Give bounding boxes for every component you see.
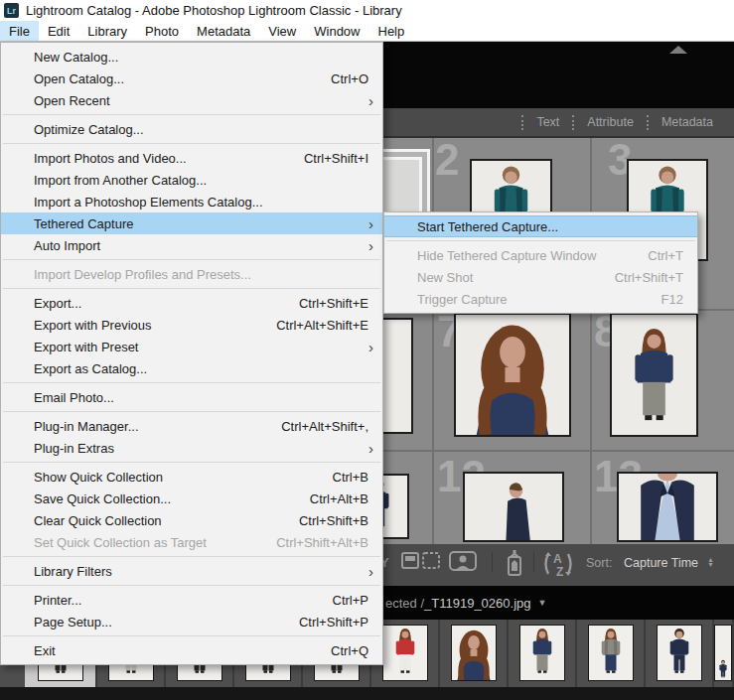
filter-tab-attribute[interactable]: Attribute: [574, 115, 647, 129]
file-menu-item-auto-import[interactable]: Auto Import›: [1, 234, 382, 256]
filmstrip-dropdown-caret-icon[interactable]: ▼: [538, 598, 547, 608]
svg-text:Z: Z: [556, 565, 563, 578]
tethered-submenu-shortcut: Ctrl+T: [648, 248, 683, 263]
menubar-item-file[interactable]: File: [0, 21, 39, 41]
window-title: Lightroom Catalog - Adobe Photoshop Ligh…: [26, 3, 402, 18]
filmstrip-cell-thumb-10-navy-suit-man[interactable]: [646, 620, 714, 687]
file-menu-separator: [3, 556, 380, 557]
file-menu-label: Export...: [34, 296, 299, 311]
file-menu-item-library-filters[interactable]: Library Filters›: [1, 560, 382, 582]
file-menu-item-import-develop-profiles-and-presets: Import Develop Profiles and Presets...: [1, 263, 382, 285]
file-menu-separator: [3, 114, 380, 115]
menubar-item-photo[interactable]: Photo: [136, 21, 188, 41]
tethered-submenu-label: Trigger Capture: [417, 292, 661, 307]
filmstrip-cell-thumb-9-coat-woman[interactable]: [577, 620, 646, 687]
file-menu-item-optimize-catalog[interactable]: Optimize Catalog...: [1, 118, 382, 140]
file-menu-item-exit[interactable]: ExitCtrl+Q: [1, 639, 382, 661]
file-menu-item-page-setup[interactable]: Page Setup...Ctrl+Shift+P: [1, 611, 382, 632]
file-menu-item-export-with-previous[interactable]: Export with PreviousCtrl+Alt+Shift+E: [1, 314, 382, 336]
submenu-arrow-icon: ›: [368, 564, 373, 579]
painter-spray-can-icon[interactable]: [504, 549, 525, 577]
tethered-submenu-shortcut: Ctrl+Shift+T: [615, 270, 683, 285]
file-menu-label: Page Setup...: [34, 615, 299, 630]
filmstrip-cell-thumb-7-curly-portrait-woman[interactable]: [440, 620, 509, 687]
thumb-11-partial[interactable]: [714, 625, 732, 681]
menubar-item-edit[interactable]: Edit: [39, 21, 78, 41]
file-menu-item-export-as-catalog[interactable]: Export as Catalog...: [1, 357, 382, 379]
photo-13-man-chest-blazer[interactable]: [617, 472, 718, 542]
file-menu-item-printer[interactable]: Printer...Ctrl+P: [1, 589, 382, 611]
file-menu-separator: [3, 635, 380, 636]
menubar-item-library[interactable]: Library: [78, 21, 136, 41]
file-menu-shortcut: Ctrl+O: [331, 71, 368, 86]
file-menu-item-save-quick-collection[interactable]: Save Quick Collection...Ctrl+Alt+B: [1, 488, 382, 509]
tethered-submenu-item-trigger-capture: Trigger CaptureF12: [384, 288, 697, 310]
file-menu-label: Printer...: [34, 593, 333, 608]
file-menu-label: Export as Catalog...: [34, 361, 368, 376]
photo-7-woman-curly-portrait[interactable]: [454, 313, 571, 437]
filmstrip-filename[interactable]: _T11919_0260.jpg: [424, 596, 530, 611]
file-menu-item-new-catalog[interactable]: New Catalog...: [1, 46, 382, 68]
menubar-item-window[interactable]: Window: [305, 21, 368, 41]
file-menu-item-email-photo[interactable]: Email Photo...: [1, 386, 382, 408]
file-menu-shortcut: Ctrl+Alt+Shift+,: [281, 419, 368, 434]
panel-collapse-arrow-icon[interactable]: [669, 46, 687, 54]
file-menu-shortcut: Ctrl+P: [333, 593, 368, 608]
tethered-submenu-item-hide-tethered-capture-window: Hide Tethered Capture WindowCtrl+T: [384, 244, 697, 266]
file-menu-label: Plug-in Manager...: [34, 419, 281, 434]
grid-line-vertical: [590, 138, 592, 544]
tethered-submenu-label: Start Tethered Capture...: [417, 219, 683, 234]
file-menu-item-plug-in-extras[interactable]: Plug-in Extras›: [1, 437, 382, 459]
menubar-item-help[interactable]: Help: [369, 21, 414, 41]
submenu-arrow-icon: ›: [368, 93, 373, 108]
file-menu-shortcut: Ctrl+Q: [331, 643, 368, 658]
thumb-6-red-top-woman[interactable]: [382, 625, 428, 681]
filter-tab-text[interactable]: Text: [523, 115, 572, 129]
thumb-7-curly-portrait-woman[interactable]: [451, 625, 497, 681]
filmstrip-cell-thumb-8-navy-gray-skirt-woman[interactable]: [509, 620, 577, 687]
sort-direction-icon[interactable]: A Z: [541, 550, 575, 578]
file-menu-separator: [3, 462, 380, 463]
survey-view-icon[interactable]: [401, 551, 441, 571]
sort-value-dropdown[interactable]: Capture Time: [624, 556, 698, 570]
file-menu-item-clear-quick-collection[interactable]: Clear Quick CollectionCtrl+Shift+B: [1, 509, 382, 531]
file-menu-item-export-with-preset[interactable]: Export with Preset›: [1, 336, 382, 357]
sort-updown-icon[interactable]: ▲▼: [707, 557, 714, 567]
toolbar-divider: [492, 552, 493, 572]
filmstrip-scroll-track: [0, 687, 734, 700]
file-menu-separator: [3, 288, 380, 289]
thumb-8-navy-gray-skirt-woman[interactable]: [519, 625, 565, 681]
file-menu-label: Set Quick Collection as Target: [34, 535, 276, 550]
tethered-submenu-item-new-shot: New ShotCtrl+Shift+T: [384, 266, 697, 288]
thumb-10-navy-suit-man[interactable]: [657, 625, 702, 681]
file-menu-label: Plug-in Extras: [34, 441, 368, 456]
filmstrip-cell-thumb-11-partial[interactable]: [714, 620, 734, 687]
file-menu-item-import-from-another-catalog[interactable]: Import from Another Catalog...: [1, 169, 382, 191]
tethered-submenu-item-start-tethered-capture[interactable]: Start Tethered Capture...: [384, 215, 697, 237]
file-menu-label: Open Catalog...: [34, 71, 331, 86]
file-menu-item-import-photos-and-video[interactable]: Import Photos and Video...Ctrl+Shift+I: [1, 147, 382, 169]
photo-8-woman-navy-top-gray-skirt[interactable]: [610, 313, 698, 437]
lightroom-window: TextAttributeMetadata 23781213 Y: [0, 0, 734, 700]
file-menu-item-export[interactable]: Export...Ctrl+Shift+E: [1, 292, 382, 314]
file-menu-item-import-a-photoshop-elements-catalog[interactable]: Import a Photoshop Elements Catalog...: [1, 191, 382, 212]
file-menu-label: Import a Photoshop Elements Catalog...: [34, 195, 368, 210]
file-menu-label: Email Photo...: [34, 390, 368, 405]
file-menu-label: Export with Preset: [34, 340, 368, 354]
menubar-item-view[interactable]: View: [259, 21, 305, 41]
file-menu-shortcut: Ctrl+Shift+P: [299, 615, 368, 630]
file-menu-item-tethered-capture[interactable]: Tethered Capture›: [1, 212, 382, 234]
toolbar-divider: [533, 552, 534, 572]
file-menu-item-open-recent[interactable]: Open Recent›: [1, 89, 382, 111]
file-menu-label: Clear Quick Collection: [34, 513, 299, 528]
file-menu-item-plug-in-manager[interactable]: Plug-in Manager...Ctrl+Alt+Shift+,: [1, 415, 382, 437]
file-menu-item-open-catalog[interactable]: Open Catalog...Ctrl+O: [1, 68, 382, 89]
menubar-item-metadata[interactable]: Metadata: [188, 21, 259, 41]
thumb-9-coat-woman[interactable]: [588, 625, 634, 681]
filter-tab-metadata[interactable]: Metadata: [649, 115, 726, 129]
file-menu-shortcut: Ctrl+Shift+B: [299, 513, 368, 528]
photo-12-man-profile-suit[interactable]: [463, 472, 564, 542]
file-menu-item-show-quick-collection[interactable]: Show Quick CollectionCtrl+B: [1, 466, 382, 488]
file-menu-label: Exit: [34, 643, 331, 658]
people-view-icon[interactable]: [449, 551, 477, 571]
